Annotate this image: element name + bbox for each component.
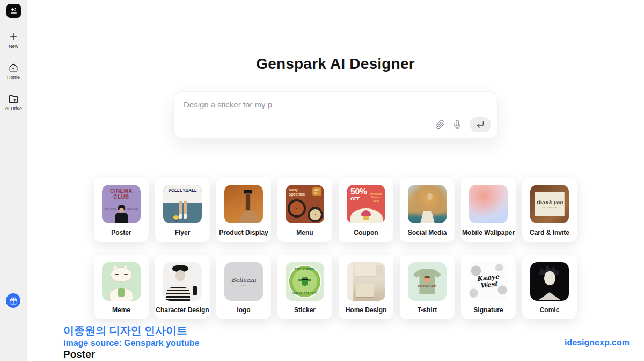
template-label: logo: [216, 306, 271, 314]
product-display-thumbnail: [224, 185, 263, 223]
kitchen-island-shape: [356, 284, 374, 297]
sock-shape: [184, 214, 187, 219]
template-card-signature[interactable]: Kanye West Signature: [461, 255, 516, 319]
volleyball-shape: [173, 215, 179, 222]
card-thumb-subtitle: SO MUCH: [542, 206, 557, 209]
template-card-menu[interactable]: Daily Specials! 30% OFF Menu: [277, 177, 332, 242]
template-label: Menu: [277, 229, 332, 236]
sidebar-item-new[interactable]: New: [9, 32, 18, 49]
hand-shape: [193, 286, 197, 295]
hand-shape: [239, 211, 259, 223]
figure-body-shape: [115, 213, 128, 223]
face-shape: [175, 270, 185, 281]
tshirt-thumbnail: ABSTRACT ART: [408, 262, 447, 301]
footer-site-link[interactable]: idesignexp.com: [565, 338, 630, 348]
logo-thumbnail: Bellezza spa: [224, 262, 263, 301]
enter-icon: [476, 120, 485, 129]
template-label: Home Design: [339, 306, 393, 314]
sidebar-item-ai-drive-label: AI Drive: [5, 106, 22, 111]
template-card-mobile-wallpaper[interactable]: Mobile Wallpaper: [461, 177, 516, 242]
template-label: Coupon: [339, 229, 393, 236]
home-icon: [9, 63, 18, 73]
cactus-shape: [302, 277, 308, 286]
cupcake-cup-shape: [363, 216, 369, 220]
sidebar: New Home AI Drive: [0, 0, 27, 361]
flyer-thumbnail: VOLLEYBALL: [163, 185, 202, 223]
template-card-product-display[interactable]: Product Display: [216, 177, 271, 242]
prompt-input[interactable]: [174, 92, 497, 118]
submit-button[interactable]: [470, 117, 491, 132]
template-card-social-media[interactable]: Social Media: [400, 177, 455, 242]
card-panel-shape: thank you SO MUCH: [535, 192, 565, 216]
template-label: Product Display: [216, 229, 271, 236]
food-bowl-shape: [308, 207, 323, 222]
figure-head-shape: [119, 208, 124, 213]
template-label: Sticker: [277, 306, 332, 314]
face-print-shape: [424, 276, 430, 283]
menu-thumbnail: Daily Specials! 30% OFF: [286, 185, 324, 223]
coupon-deal-text: Premium Dessert Deal: [369, 192, 383, 203]
cactus-arm-shape: [308, 279, 311, 281]
template-card-tshirt[interactable]: ABSTRACT ART T-shirt: [400, 255, 455, 319]
sidebar-item-new-label: New: [9, 44, 18, 49]
template-card-meme[interactable]: Meme: [94, 255, 149, 319]
poster-thumbnail: CINEMA CLUB 07/15 8 PM ALL WELCOME: [102, 185, 141, 223]
card-thumb-title: thank you: [536, 200, 563, 205]
meme-thumbnail: [102, 262, 141, 301]
sidebar-item-home-label: Home: [7, 75, 20, 80]
sidebar-item-home[interactable]: Home: [7, 63, 20, 80]
template-label: Flyer: [155, 229, 210, 236]
logo-thumb-subtitle: spa: [241, 284, 247, 287]
wall-shape: [347, 262, 353, 301]
genspark-logo[interactable]: [6, 4, 21, 18]
menu-thumb-title: Daily Specials!: [286, 185, 309, 197]
genspark-logo-icon: [9, 6, 18, 16]
page-title: Genspark AI Designer: [27, 55, 644, 73]
collar-shape: [539, 292, 560, 300]
gift-button[interactable]: [6, 293, 20, 308]
cat-eyes-shape: [115, 274, 119, 275]
template-label: Poster: [94, 229, 149, 236]
coupon-thumbnail: 50% OFF Premium Dessert Deal: [347, 185, 385, 223]
social-media-thumbnail: [408, 185, 447, 223]
template-card-card-invite[interactable]: thank you SO MUCH Card & Invite: [522, 177, 577, 242]
food-bowl-shape: [288, 199, 306, 218]
template-label: Card & Invite: [522, 229, 577, 236]
template-card-poster[interactable]: CINEMA CLUB 07/15 8 PM ALL WELCOME Poste…: [94, 177, 149, 242]
prompt-composer[interactable]: [173, 91, 498, 139]
template-label: Signature: [461, 306, 516, 314]
cactus-arm-shape: [298, 279, 302, 281]
template-card-comic[interactable]: Comic: [522, 255, 577, 319]
template-label: Character Design: [155, 306, 210, 314]
face-shape: [427, 193, 433, 200]
flyer-header-shape: VOLLEYBALL: [163, 185, 202, 203]
template-label: Mobile Wallpaper: [461, 229, 516, 236]
microphone-icon[interactable]: [452, 120, 462, 129]
template-card-flyer[interactable]: VOLLEYBALL Flyer: [155, 177, 210, 242]
composer-actions: [435, 117, 491, 132]
folder-icon: [9, 94, 18, 104]
anime-face-shape: [544, 271, 555, 285]
cat-head-shape: [111, 267, 132, 282]
template-label: Social Media: [400, 229, 455, 236]
character-design-thumbnail: [163, 262, 202, 301]
template-card-character-design[interactable]: Character Design: [155, 255, 210, 319]
dress-shape: [420, 211, 435, 223]
gift-icon: [10, 297, 17, 305]
template-label: Meme: [94, 306, 149, 314]
footer-image-source: image source: Genspark youtube: [63, 338, 199, 348]
sidebar-item-ai-drive[interactable]: AI Drive: [5, 94, 22, 111]
signature-thumb-text: Kanye West: [475, 273, 502, 290]
template-card-coupon[interactable]: 50% OFF Premium Dessert Deal Coupon: [339, 177, 393, 242]
menu-thumb-badge: 30% OFF: [312, 187, 321, 196]
plus-icon: [9, 32, 18, 41]
template-card-logo[interactable]: Bellezza spa logo: [216, 255, 271, 319]
paperclip-icon[interactable]: [435, 120, 445, 129]
logo-thumb-title: Bellezza: [231, 277, 256, 284]
template-card-home-design[interactable]: Home Design: [339, 255, 393, 319]
poster-thumb-title: CINEMA CLUB: [102, 185, 141, 200]
comic-thumbnail: [530, 262, 569, 301]
poster-thumb-date: 07/15 8 PM: [105, 208, 115, 211]
drink-cup-shape: [118, 288, 125, 297]
template-card-sticker[interactable]: STAY STRONG! YOU'VE GOT THIS! Sticker: [277, 255, 332, 319]
